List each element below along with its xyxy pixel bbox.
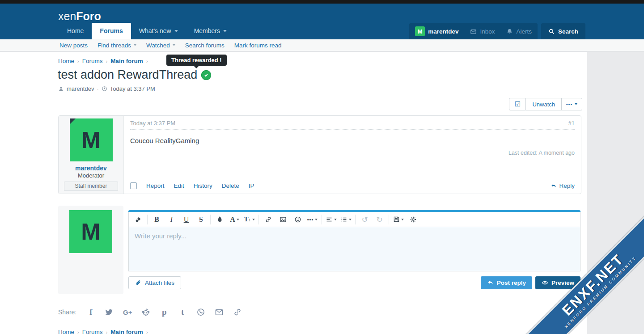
facebook-icon[interactable]: f [86,307,96,317]
subnav-watched[interactable]: Watched [141,42,180,49]
email-icon[interactable] [214,307,224,317]
chevron-down-icon [334,219,337,220]
bold-button[interactable]: B [149,214,164,225]
visitor-tabs: M marentdev Inbox Alerts Search [409,23,585,39]
post-author-name[interactable]: marentdev [59,165,123,172]
unwatch-button[interactable]: Unwatch [526,98,562,110]
post-footer: Report Edit History Delete IP Reply [130,182,575,189]
more-options-button[interactable]: ••• [562,98,582,110]
text-color-button[interactable] [212,214,227,225]
envelope-icon [470,28,477,35]
chevron-down-icon [134,44,136,46]
thread-author-link[interactable]: marentdev [67,85,94,92]
reply-textarea[interactable]: Write your reply... [128,227,580,271]
toolbar-separator [389,215,389,224]
tab-members[interactable]: Members [186,23,235,39]
google-plus-icon[interactable]: G+ [123,307,132,317]
underline-button[interactable]: U [179,214,194,225]
breadcrumb-main-forum[interactable]: Main forum [110,58,143,64]
avatar-letter: M [70,118,113,161]
toolbar-separator [210,215,211,224]
tab-home[interactable]: Home [59,23,92,39]
more-tools-button[interactable]: ••• [305,214,320,225]
avatar[interactable]: M [70,118,113,161]
eraser-icon [135,216,142,223]
account-menu[interactable]: M marentdev [409,23,464,39]
chevron-down-icon [173,44,175,46]
tab-whats-new[interactable]: What's new [131,23,186,39]
subnav-search-forums[interactable]: Search forums [180,42,229,49]
reward-badge-icon[interactable] [201,70,211,80]
chevron-down-icon [315,219,318,220]
share-row: Share: f G+ p t [58,307,242,317]
search-button[interactable]: Search [541,23,585,39]
logo-prefix: xen [58,10,76,22]
breadcrumb-separator: › [77,330,79,334]
reply-link[interactable]: Reply [551,182,575,189]
breadcrumb-home[interactable]: Home [58,329,74,334]
alerts-menu[interactable]: Alerts [500,23,538,39]
thread-controls: ☑ Unwatch ••• [509,98,582,110]
breadcrumb-forums[interactable]: Forums [82,58,103,64]
history-link[interactable]: History [194,182,212,189]
whatsapp-icon[interactable] [196,307,206,317]
submit-buttons: Post reply Preview [481,276,580,289]
thread-date: Today at 3:37 PM [110,85,155,92]
tumblr-icon[interactable]: t [178,307,187,317]
remove-format-button[interactable] [131,214,145,225]
share-link-icon[interactable] [233,307,242,317]
site-logo[interactable]: xenForo [58,10,101,23]
meta-separator: · [97,85,98,92]
subnav-mark-forums-read[interactable]: Mark forums read [229,42,287,49]
post-author-role: Moderator [59,172,123,179]
font-family-button[interactable]: A [227,214,242,225]
tab-forums[interactable]: Forums [92,23,131,39]
twitter-icon[interactable] [104,307,114,317]
breadcrumb-forums[interactable]: Forums [82,329,103,334]
drafts-button[interactable] [391,214,406,225]
breadcrumb-main-forum[interactable]: Main forum [110,329,143,334]
page: xenForo Home Forums What's new Members M… [0,0,644,334]
delete-link[interactable]: Delete [222,182,239,189]
breadcrumb-home[interactable]: Home [58,58,74,64]
smilies-button[interactable] [290,214,305,225]
italic-button[interactable]: I [164,214,179,225]
reddit-icon[interactable] [141,307,151,317]
share-label: Share: [58,309,76,316]
ip-link[interactable]: IP [249,182,254,189]
last-edited-note: Last edited: A moment ago [130,150,575,156]
select-posts-button[interactable]: ☑ [509,98,526,110]
toolbar-separator [147,215,148,224]
insert-image-button[interactable] [275,214,290,225]
inbox-menu[interactable]: Inbox [464,23,500,39]
clock-icon [102,86,107,92]
font-size-button[interactable]: T↕ [242,214,257,225]
reply-author-cell: M [58,206,123,294]
attach-files-button[interactable]: Attach files [128,276,181,289]
post-1: M marentdev Moderator Staff member Today… [58,115,581,194]
image-icon [280,216,287,223]
redo-button[interactable]: ↻ [372,214,387,225]
undo-button[interactable]: ↺ [357,214,372,225]
list-button[interactable] [339,214,353,225]
editor-toolbar: B I U S A T↕ ••• ↺ ↻ [128,212,580,227]
strikethrough-button[interactable]: S [194,214,208,225]
post-number-link[interactable]: #1 [568,120,575,127]
subnav-new-posts[interactable]: New posts [55,42,93,49]
select-post-checkbox[interactable] [130,182,137,189]
alignment-button[interactable] [324,214,339,225]
paperclip-icon [135,279,142,286]
subnav-find-threads[interactable]: Find threads [93,42,141,49]
sub-nav: New posts Find threads Watched Search fo… [0,39,644,51]
breadcrumb-separator: › [146,59,148,64]
avatar[interactable]: M [69,210,112,253]
insert-link-button[interactable] [261,214,275,225]
pinterest-icon[interactable]: p [159,307,169,317]
breadcrumb: Home› Forums› Main forum› [58,58,148,64]
editor-settings-button[interactable] [406,214,420,225]
report-link[interactable]: Report [146,182,165,189]
site-header: xenForo Home Forums What's new Members M… [0,4,644,39]
edit-link[interactable]: Edit [174,182,184,189]
post-reply-button[interactable]: Post reply [481,276,532,289]
post-date-link[interactable]: Today at 3:37 PM [130,120,175,127]
